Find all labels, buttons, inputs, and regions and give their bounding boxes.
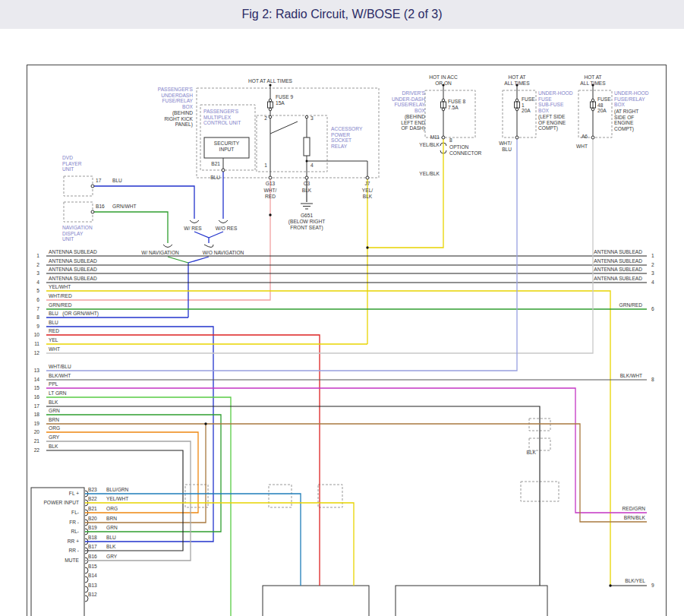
amp-pin: B17 (88, 544, 97, 550)
amp-channel-label: FL- (30, 510, 79, 516)
row-num-right: 4 (651, 280, 654, 286)
amp-pin: B19 (88, 525, 97, 531)
row-num-left: 12 (27, 350, 39, 356)
amp-channel-label: RR - (30, 548, 79, 554)
row-num-left: 11 (27, 341, 39, 347)
wire-label-yel-blk: YEL/ BLK (362, 188, 373, 199)
wires (46, 139, 647, 616)
wire-blu-merge2 (188, 257, 209, 317)
option-pin-8: 8 (449, 137, 452, 144)
driver-box-name: DRIVER'S UNDER-DASH FUSE/RELAY BOX (392, 90, 425, 114)
relay-pin-2: 2 (264, 115, 267, 122)
row-num-left: 4 (27, 280, 39, 286)
row-num-right: 1 (651, 253, 654, 259)
row-num-left: 19 (27, 421, 39, 427)
amp-channel-label: RL- (30, 529, 79, 535)
pin-b21: B21 (211, 161, 220, 167)
multiplex-name: PASSENGER'S MULTIPLEX CONTROL UNIT (203, 109, 241, 126)
ground-g651-note: (BELOW RIGHT FRONT SEAT) (288, 219, 325, 230)
wire-label-wht-blu: WHT/ BLU (499, 141, 512, 152)
row-num-right: 3 (651, 270, 654, 276)
driver-underdash-box (425, 90, 475, 137)
amp-pin: B12 (88, 592, 97, 598)
row-num-left: 14 (27, 377, 39, 383)
row-num-left: 18 (27, 412, 39, 418)
wire-label-grn-wht: GRN/WHT (112, 204, 137, 210)
relay-pin-4: 4 (310, 163, 314, 169)
row-label-left: WHT (49, 346, 60, 352)
row-num-left: 10 (27, 332, 39, 338)
hot-label-2: HOT IN ACC OR ON (429, 74, 458, 86)
row-label-right: BLK/WHT (620, 373, 642, 379)
amp-pin-wire: BLU (106, 535, 116, 541)
option-connector-label: OPTION CONNECTOR (449, 144, 481, 156)
amp-pin: B23 (88, 487, 97, 493)
dvd-player-name: DVD PLAYER UNIT (62, 155, 82, 172)
row-label-right: ANTENNA SUBLEAD (594, 276, 642, 282)
wire-grn-wht-nav (93, 212, 168, 243)
underhood-relay-note: (AT RIGHT SIDE OF ENGINE COMPT) (614, 109, 638, 132)
nav-display-box (64, 202, 93, 222)
fuse48-label: FUSE 48 20A (597, 96, 611, 114)
row-label-left: ORG (49, 425, 60, 431)
row-num-left: 15 (27, 385, 39, 391)
amp-pin-wire: BLK (106, 544, 115, 550)
terminal-m11: M11 (430, 134, 440, 141)
wire-blu-dvd (93, 186, 194, 219)
passenger-box-name: PASSENGER'S UNDERDASH FUSE/RELAY BOX (158, 87, 193, 110)
row-label-left: ANTENNA SUBLEAD (49, 276, 97, 282)
passenger-box-note: (BEHIND RIGHT KICK PANEL) (164, 110, 193, 128)
amp-pin: B13 (88, 583, 97, 589)
component-boxes (64, 88, 612, 507)
amp-channel-label: MUTE (30, 558, 79, 564)
row-label-left: LT GRN (49, 390, 67, 396)
wire-wht (46, 139, 593, 353)
wire-label-red-grn: RED/GRN (623, 506, 645, 512)
amp-pin: B15 (88, 564, 97, 570)
amp-channel-label: RR + (30, 539, 79, 545)
row-num-left: 6 (27, 297, 39, 303)
row-num-left: 13 (27, 368, 39, 374)
wire-label-wht: WHT (576, 144, 588, 150)
ground-g651: G651 (301, 213, 313, 219)
row-num-left: 17 (27, 403, 39, 409)
wire-yel-wht-b22 (85, 503, 354, 586)
row-num-left: 21 (27, 438, 39, 444)
row-label-left: ANTENNA SUBLEAD (49, 258, 97, 264)
accessory-relay-name: ACCESSORY POWER SOCKET RELAY (331, 126, 362, 150)
row-num-left: 1 (27, 253, 39, 259)
row-label-left: RED (49, 328, 59, 334)
diagram-frame: HOT AT ALL TIMES PASSENGER'S UNDERDASH F… (27, 65, 667, 616)
amp-pin: B22 (88, 496, 97, 502)
driver-box-note: (BEHIND LEFT END OF DASH) (401, 114, 425, 131)
row-num-left: 5 (27, 288, 39, 294)
row-label-right: ANTENNA SUBLEAD (594, 249, 642, 255)
wire-wht-blu (46, 139, 517, 371)
wire-label-blk-yel: BLK/YEL (625, 578, 645, 584)
wire-yel-blk-m11 (367, 139, 443, 248)
amp-pin-wire: BLU/GRN (106, 487, 128, 493)
underhood-sub-name: UNDER-HOOD FUSE SUB-FUSE BOX (538, 90, 572, 114)
fuse1-label: FUSE 1 20A (522, 96, 535, 114)
row-label-left: YEL (49, 337, 58, 343)
figure-title-bar: Fig 2: Radio Circuit, W/BOSE (2 of 3) (0, 0, 684, 29)
option-w-res: W/ RES (184, 226, 201, 232)
row-label-left: GRN/RED (49, 302, 71, 308)
inline-connector-3 (318, 485, 342, 507)
inline-connector-2 (269, 485, 292, 507)
amp-pin: B21 (88, 506, 97, 512)
fuse9-label: FUSE 9 (276, 94, 293, 100)
row-num-right-9: 9 (651, 583, 654, 589)
wire-brn (46, 424, 647, 522)
amp-pin-wire: YEL/WHT (106, 496, 128, 502)
bottom-unit-box-left (263, 586, 369, 616)
bottom-unit-box-right (396, 586, 547, 616)
amp-pin: B18 (88, 535, 97, 541)
relay-pin-1: 1 (264, 163, 267, 169)
amp-pin: B16 (88, 554, 97, 560)
amp-pin-wire: BRN (106, 516, 117, 522)
row-label-left: WHT/RED (49, 293, 72, 299)
row-num-left: 9 (27, 324, 39, 330)
wire-grn-merge2b (168, 257, 188, 263)
fuse8-amp: 7.5A (448, 105, 459, 111)
